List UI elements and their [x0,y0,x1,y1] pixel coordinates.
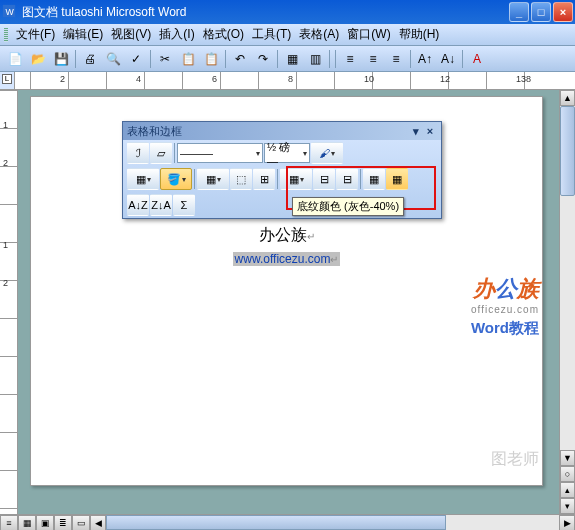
watermark-url: officezu.com [471,304,539,315]
scroll-thumb[interactable] [560,106,575,196]
columns-button[interactable]: ▥ [304,48,326,70]
menu-table[interactable]: 表格(A) [295,26,343,43]
ruler-v-ticks [0,90,17,514]
cell-alignment-button[interactable]: ▦ [280,168,312,190]
menu-insert[interactable]: 插入(I) [155,26,198,43]
distribute-cols-button[interactable]: ⊟ [336,168,358,190]
ruler-ticks [30,72,559,89]
menu-format[interactable]: 格式(O) [199,26,248,43]
align-left-button[interactable]: ≡ [339,48,361,70]
prev-page-button[interactable]: ▴ [560,482,575,498]
merge-cells-button[interactable]: ⬚ [230,168,252,190]
split-cells-button[interactable]: ⊞ [253,168,275,190]
menu-edit[interactable]: 编辑(E) [59,26,107,43]
spellcheck-button[interactable]: ✓ [125,48,147,70]
menu-tools[interactable]: 工具(T) [248,26,295,43]
border-color-button[interactable]: 🖌 [311,142,343,164]
toolbar-separator [277,169,278,189]
open-button[interactable]: 📂 [27,48,49,70]
window-title: 图文档 tulaoshi Microsoft Word [22,4,509,21]
scroll-thumb-h[interactable] [106,515,446,530]
browse-object-button[interactable]: ○ [560,466,575,482]
toolbar-title-bar[interactable]: 表格和边框 ▾ × [123,122,441,140]
ruler-v-label: 2 [3,278,8,288]
font-decrease-button[interactable]: A↓ [437,48,459,70]
watermark-subtitle: Word教程 [471,319,539,338]
word-app-icon: W [2,4,18,20]
scroll-track-h[interactable] [106,515,559,530]
autosum-button[interactable]: Σ [173,194,195,216]
minimize-button[interactable]: _ [509,2,529,22]
sort-desc-button[interactable]: Z↓A [150,194,172,216]
menu-window[interactable]: 窗口(W) [343,26,394,43]
toolbar-separator [360,169,361,189]
menu-help[interactable]: 帮助(H) [395,26,444,43]
toolbar-separator [150,50,151,68]
ruler-label: 138 [516,74,531,84]
scroll-right-button[interactable]: ▶ [559,515,575,530]
toolbar-options-button[interactable]: ▾ [409,124,423,138]
maximize-button[interactable]: □ [531,2,551,22]
insert-table-button[interactable]: ▦ [197,168,229,190]
toolbar-title: 表格和边框 [127,124,409,139]
font-increase-button[interactable]: A↑ [414,48,436,70]
undo-button[interactable]: ↶ [229,48,251,70]
eraser-button[interactable]: ▱ [150,142,172,164]
document-text-line[interactable]: 办公族 [259,225,315,246]
scroll-track[interactable] [560,106,575,450]
ruler-label: 8 [288,74,293,84]
toolbar-close-button[interactable]: × [423,124,437,138]
insert-table-button[interactable]: ▦ [281,48,303,70]
preview-button[interactable]: 🔍 [102,48,124,70]
copy-button[interactable]: 📋 [177,48,199,70]
font-color-button[interactable]: A [466,48,488,70]
menu-bar: 文件(F) 编辑(E) 视图(V) 插入(I) 格式(O) 工具(T) 表格(A… [0,24,575,46]
reading-view-button[interactable]: ▭ [72,515,90,530]
normal-view-button[interactable]: ≡ [0,515,18,530]
view-buttons: ≡ ▦ ▣ ≣ ▭ [0,515,90,530]
line-weight-combo[interactable]: ½ 磅 — [264,143,310,163]
outline-view-button[interactable]: ≣ [54,515,72,530]
cut-button[interactable]: ✂ [154,48,176,70]
sort-asc-button[interactable]: A↓Z [127,194,149,216]
line-style-combo[interactable]: ——— [177,143,263,163]
scroll-up-button[interactable]: ▲ [560,90,575,106]
menu-view[interactable]: 视图(V) [107,26,155,43]
tooltip: 底纹颜色 (灰色-40%) [292,197,404,216]
print-layout-button[interactable]: ▣ [36,515,54,530]
vertical-ruler[interactable]: 1 2 1 2 [0,90,18,514]
web-view-button[interactable]: ▦ [18,515,36,530]
tab-selector[interactable]: L [2,74,12,84]
ruler-v-label: 1 [3,120,8,130]
close-button[interactable]: × [553,2,573,22]
hide-gridlines-button[interactable]: ▦ [386,168,408,190]
scroll-down-button[interactable]: ▼ [560,450,575,466]
menu-file[interactable]: 文件(F) [12,26,59,43]
toolbar-separator [462,50,463,68]
align-center-button[interactable]: ≡ [362,48,384,70]
shading-color-button[interactable]: 🪣 [160,168,192,190]
new-doc-button[interactable]: 📄 [4,48,26,70]
toolbar-separator [194,169,195,189]
save-button[interactable]: 💾 [50,48,72,70]
distribute-rows-button[interactable]: ⊟ [313,168,335,190]
svg-text:W: W [6,7,15,17]
print-button[interactable]: 🖨 [79,48,101,70]
ruler-v-label: 1 [3,240,8,250]
align-right-button[interactable]: ≡ [385,48,407,70]
draw-table-button[interactable]: ℐ [127,142,149,164]
watermark-corner: 图老师 [491,449,539,470]
toolbar-separator [335,50,336,68]
redo-button[interactable]: ↷ [252,48,274,70]
horizontal-ruler[interactable]: L 2 4 6 8 10 12 138 [0,72,575,90]
next-page-button[interactable]: ▾ [560,498,575,514]
scroll-left-button[interactable]: ◀ [90,515,106,530]
vertical-scrollbar[interactable]: ▲ ▼ ○ ▴ ▾ [559,90,575,514]
paste-button[interactable]: 📋 [200,48,222,70]
menubar-grip[interactable] [4,28,8,42]
table-autoformat-button[interactable]: ▦ [363,168,385,190]
ruler-label: 4 [136,74,141,84]
outside-border-button[interactable]: ▦ [127,168,159,190]
document-text-line[interactable]: www.officezu.com [233,252,341,266]
ruler-label: 2 [60,74,65,84]
